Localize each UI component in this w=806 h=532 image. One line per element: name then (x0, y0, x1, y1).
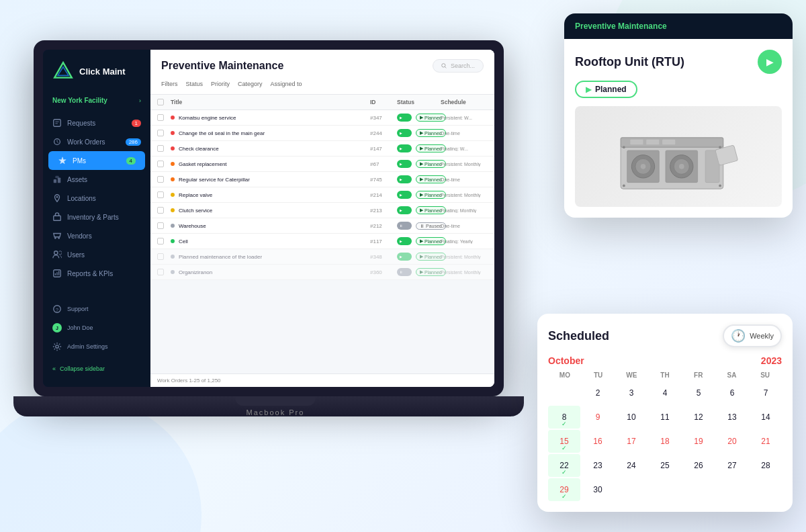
table-row[interactable]: Regular service for Caterpillar #745 ▶Pl… (150, 172, 494, 187)
sidebar-item-reports[interactable]: Reports & KPIs (43, 264, 150, 283)
row-checkbox[interactable] (157, 130, 171, 136)
asset-play-button[interactable]: ▶ (758, 50, 782, 74)
row-checkbox[interactable] (157, 145, 171, 152)
pm-toggle[interactable] (397, 206, 412, 214)
admin-settings-label: Admin Settings (67, 343, 108, 350)
header-check (157, 99, 171, 105)
main-content: Preventive Maintenance Search... Filters… (150, 50, 494, 387)
calendar-cell[interactable]: 12 (682, 406, 715, 429)
row-checkbox[interactable] (157, 222, 171, 229)
pm-schedule-cell: Persistent: Monthly (441, 193, 488, 197)
table-row[interactable]: Cell #117 ▶Planned Floating: Yearly (150, 234, 494, 249)
sidebar-item-inventory[interactable]: Inventory & Parts (43, 208, 150, 226)
row-checkbox[interactable] (157, 161, 171, 167)
calendar-cell[interactable]: 20 (716, 430, 748, 453)
facility-selector[interactable]: New York Facility › (43, 93, 150, 108)
sidebar-item-support[interactable]: ? Support (43, 300, 150, 318)
calendar-cell[interactable]: 13 (716, 406, 748, 429)
table-row[interactable]: Check clearance #147 ▶Planned Floating: … (150, 141, 494, 157)
filter-priority[interactable]: Priority (211, 79, 230, 89)
calendar-cell[interactable]: 22✓ (548, 454, 580, 477)
calendar-cell[interactable]: 8✓ (548, 406, 580, 429)
calendar-cell[interactable]: 26 (682, 454, 715, 477)
row-checkbox[interactable] (157, 207, 171, 214)
sidebar-item-pms[interactable]: PMs 4 (48, 151, 145, 170)
filter-status[interactable]: Status (186, 79, 204, 89)
reports-icon (52, 269, 62, 278)
sidebar-item-user-profile[interactable]: J John Doe (43, 318, 150, 337)
sidebar-item-locations[interactable]: Locations (43, 189, 150, 208)
select-all-checkbox[interactable] (157, 99, 164, 105)
row-checkbox[interactable] (157, 176, 171, 183)
pm-toggle[interactable] (397, 114, 412, 122)
workorders-label: Work Orders (67, 138, 105, 146)
pm-toggle[interactable] (397, 160, 412, 168)
calendar-cell[interactable]: 7 (750, 382, 782, 404)
pm-toggle[interactable] (397, 253, 412, 261)
calendar-cell[interactable]: 9 (582, 406, 614, 429)
sidebar-item-vendors[interactable]: Vendors (43, 226, 150, 245)
pm-id-cell: #347 (370, 115, 397, 121)
table-row[interactable]: Clutch service #213 ▶Planned Floating: M… (150, 203, 494, 218)
weekly-badge[interactable]: 🕐 Weekly (723, 324, 782, 347)
calendar-day-header: MO (548, 371, 582, 379)
calendar-cell[interactable]: 21 (750, 430, 782, 453)
filter-assigned[interactable]: Assigned to (271, 79, 302, 89)
calendar-cell[interactable]: 30 (582, 478, 614, 501)
row-checkbox[interactable] (157, 253, 171, 260)
calendar-cell[interactable]: 5 (682, 382, 715, 404)
calendar-cell[interactable]: 14 (750, 406, 782, 429)
table-row[interactable]: Organiziranon #360 ▶Planned Persistent: … (150, 265, 494, 280)
row-checkbox[interactable] (157, 269, 171, 275)
pm-toggle[interactable] (397, 144, 412, 152)
calendar-cell[interactable]: 15✓ (548, 430, 580, 453)
table-row[interactable]: Gasket replacement #67 ▶Planned Persiste… (150, 157, 494, 172)
sidebar-item-admin-settings[interactable]: Admin Settings (43, 337, 150, 356)
sidebar-item-users[interactable]: Users (43, 245, 150, 264)
pm-status-cell: ▶Planned (397, 114, 441, 122)
calendar-cell[interactable]: 23 (582, 454, 614, 477)
sidebar-item-assets[interactable]: Assets (43, 170, 150, 189)
pm-toggle[interactable] (397, 191, 412, 199)
workorders-icon (52, 137, 62, 146)
calendar-cell[interactable]: 11 (649, 406, 681, 429)
calendar-cell[interactable]: 28 (750, 454, 782, 477)
calendar-cell[interactable]: 17 (615, 430, 647, 453)
sidebar-item-workorders[interactable]: Work Orders 286 (43, 132, 150, 151)
search-box[interactable]: Search... (433, 59, 484, 73)
sidebar-item-requests[interactable]: Requests 1 (43, 114, 150, 132)
calendar-cell[interactable]: 3 (615, 382, 647, 404)
pm-toggle[interactable] (397, 175, 412, 183)
calendar-cell[interactable]: 27 (716, 454, 748, 477)
table-row[interactable]: Komatsu engine service #347 ▶Planned Per… (150, 110, 494, 126)
calendar-cell[interactable]: 2 (582, 382, 614, 404)
table-row[interactable]: Replace valve #214 ▶Planned Persistent: … (150, 187, 494, 203)
row-checkbox[interactable] (157, 191, 171, 198)
collapse-sidebar-button[interactable]: « Collapse sidebar (43, 361, 150, 376)
table-row[interactable]: Warehouse #212 ⏸Paused One-time (150, 218, 494, 234)
calendar-cell[interactable]: 18 (649, 430, 681, 453)
calendar-cell[interactable]: 16 (582, 430, 614, 453)
calendar-cell[interactable]: 10 (615, 406, 647, 429)
table-row[interactable]: Change the oil seal in the main gear #24… (150, 126, 494, 141)
calendar-cell[interactable]: 4 (649, 382, 681, 404)
calendar-cell[interactable]: 19 (682, 430, 715, 453)
pm-toggle[interactable] (397, 222, 412, 230)
pm-toggle[interactable] (397, 237, 412, 245)
calendar-cell[interactable]: 6 (716, 382, 748, 404)
pm-toggle[interactable] (397, 129, 412, 137)
pm-header: Preventive Maintenance Search... Filters… (150, 50, 494, 95)
calendar-day-header: SA (715, 371, 749, 379)
pm-toggle[interactable] (397, 268, 412, 276)
calendar-cell[interactable]: 29✓ (548, 478, 580, 501)
calendar-cell[interactable]: 25 (649, 454, 681, 477)
table-row[interactable]: Planned maintenance of the loader #348 ▶… (150, 249, 494, 265)
calendar-check-mark: ✓ (562, 493, 567, 500)
requests-icon (52, 118, 62, 128)
filter-filters[interactable]: Filters (161, 79, 178, 89)
calendar-cell[interactable]: 24 (615, 454, 647, 477)
row-checkbox[interactable] (157, 114, 171, 121)
pm-title-cell: Clutch service (179, 208, 370, 214)
row-checkbox[interactable] (157, 238, 171, 245)
filter-category[interactable]: Category (238, 79, 263, 89)
